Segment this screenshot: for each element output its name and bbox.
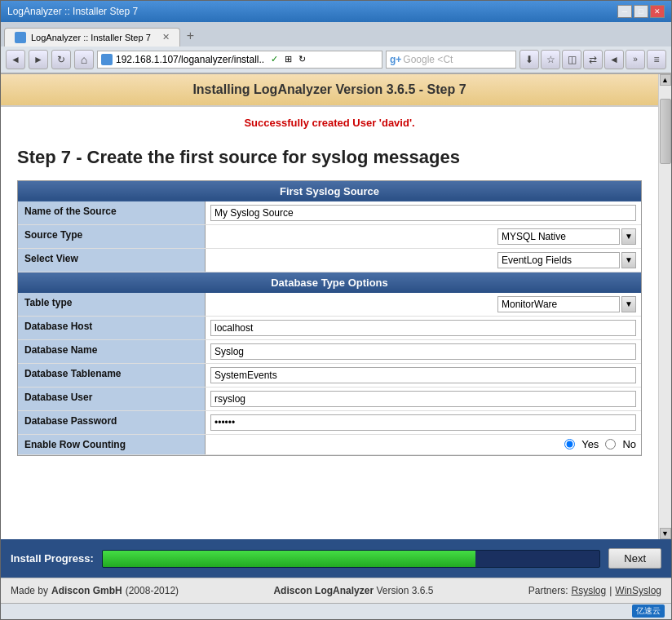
next-button[interactable]: Next [608,548,661,569]
db-name-value [206,340,641,363]
home-button[interactable]: ⌂ [74,50,94,69]
address-bar[interactable]: 192.168.1.107/loganalyzer/install.. ✓ ⊞ … [97,51,382,69]
name-input[interactable] [210,205,636,221]
scroll-down-button[interactable]: ▼ [660,528,671,539]
source-type-container: MYSQL Native ▼ [210,228,636,245]
select-view-container: EventLog Fields ▼ [210,252,636,268]
close-button[interactable]: ✕ [650,5,665,18]
forward-button[interactable]: ► [29,50,48,69]
db-name-input[interactable] [210,343,636,360]
db-password-label: Database Password [18,411,206,434]
ssl-icon: ✓ [271,54,278,64]
db-password-value [206,411,641,434]
db-tablename-label: Database Tablename [18,364,206,387]
made-by-text: Made by [11,585,48,596]
partners-label: Partners: [528,585,568,596]
separator: | [609,585,612,596]
yiyun-text: 亿速云 [636,606,661,615]
forward2-button[interactable]: » [626,50,645,69]
select-view-value: EventLog Fields ▼ [206,249,641,272]
db-host-input[interactable] [210,320,636,336]
download-button[interactable]: ⬇ [519,50,539,69]
title-bar: LogAnalyzer :: Installer Step 7 ─ □ ✕ [1,1,671,22]
sync-button[interactable]: ⇄ [583,50,603,69]
product-name: Adiscon LogAnalyzer [273,585,374,596]
maximize-button[interactable]: □ [634,5,648,18]
table-type-select-box[interactable]: MonitorWare [497,296,620,312]
scrollbar-thumb[interactable] [660,99,671,164]
table-row: Database Host [18,317,641,340]
table-type-dropdown-arrow[interactable]: ▼ [621,296,636,312]
db-tablename-input[interactable] [210,367,636,383]
minimize-button[interactable]: ─ [617,5,632,18]
row-counting-no-label: No [622,438,636,450]
row-counting-yes-radio[interactable] [564,439,575,450]
partner1-link[interactable]: Rsyslog [572,585,607,596]
row-counting-label: Enable Row Counting [18,435,206,454]
scroll-up-button[interactable]: ▲ [660,74,671,86]
browser-chrome: LogAnalyzer :: Installer Step 7 ✕ + ◄ ► … [1,22,671,74]
db-password-input[interactable] [210,414,636,431]
refresh-icon: ↻ [298,54,306,64]
first-syslog-section: First Syslog Source Name of the Source S… [17,180,642,456]
db-user-input[interactable] [210,391,636,407]
success-message: Successfully created User 'david'. [1,107,658,139]
bookmarks-button[interactable]: ☆ [541,50,560,69]
db-name-label: Database Name [18,340,206,363]
status-bar: 亿速云 [1,603,671,619]
years-text: (2008-2012) [126,585,179,596]
search-g-icon: g+ [390,54,401,65]
row-counting-no-radio[interactable] [605,439,616,450]
select-view-dropdown-arrow[interactable]: ▼ [621,252,636,268]
search-text: Google <Ct [403,54,453,65]
progress-bar-fill [103,551,475,567]
first-syslog-header: First Syslog Source [18,180,642,202]
search-bar[interactable]: g+ Google <Ct [386,51,516,69]
name-value [206,202,641,224]
new-tab-button[interactable]: + [180,25,201,46]
db-host-value [206,317,641,339]
table-type-label: Table type [18,293,206,316]
table-row: Enable Row Counting Yes No [18,435,641,455]
partner2-link[interactable]: WinSyslog [615,585,661,596]
source-type-select-box[interactable]: MYSQL Native [497,228,620,245]
step-title: Step 7 - Create the first source for sys… [1,139,658,180]
table-type-container: MonitorWare ▼ [210,296,636,312]
select-view-select-box[interactable]: EventLog Fields [497,252,620,268]
spacer [1,456,658,480]
table-row: Select View EventLog Fields ▼ [18,249,641,272]
source-type-value: MYSQL Native ▼ [206,225,641,248]
footer-product: Adiscon LogAnalyzer Version 3.6.5 [273,585,433,596]
progress-area: Install Progress: Next [1,539,671,578]
source-type-label: Source Type [18,225,206,248]
browser-content: Installing LogAnalyzer Version 3.6.5 - S… [1,74,671,539]
window-title: LogAnalyzer :: Installer Step 7 [7,6,138,17]
tab-close-button[interactable]: ✕ [162,32,170,42]
refresh-button[interactable]: ↻ [51,50,71,69]
menu-button[interactable]: ≡ [647,50,666,69]
active-tab[interactable]: LogAnalyzer :: Installer Step 7 ✕ [4,28,180,46]
table-row: Database Password [18,411,641,435]
progress-bar [102,550,600,568]
tab-title: LogAnalyzer :: Installer Step 7 [31,33,151,42]
yiyun-logo: 亿速云 [632,604,665,618]
table-type-value: MonitorWare ▼ [206,293,641,316]
nav-extra-buttons: ⬇ ☆ ◫ ⇄ ◄ » ≡ [519,50,666,69]
history-button[interactable]: ◫ [562,50,581,69]
source-type-dropdown-arrow[interactable]: ▼ [621,228,636,245]
row-counting-yes-label: Yes [581,438,599,450]
db-options-header: Database Type Options [18,272,642,293]
db-user-label: Database User [18,388,206,410]
scrollbar[interactable]: ▲ ▼ [658,74,671,539]
address-icon [101,54,113,65]
table-row: Database Name [18,340,641,364]
grid-icon: ⊞ [285,54,292,64]
footer-partners: Partners: Rsyslog | WinSyslog [528,585,661,596]
back2-button[interactable]: ◄ [604,50,624,69]
row-counting-radio-group: Yes No [210,438,636,450]
row-counting-value: Yes No [206,435,641,454]
page-header: Installing LogAnalyzer Version 3.6.5 - S… [1,74,658,107]
browser-window: LogAnalyzer :: Installer Step 7 ─ □ ✕ Lo… [0,0,672,620]
table-row: Table type MonitorWare ▼ [18,293,641,317]
back-button[interactable]: ◄ [6,50,25,69]
